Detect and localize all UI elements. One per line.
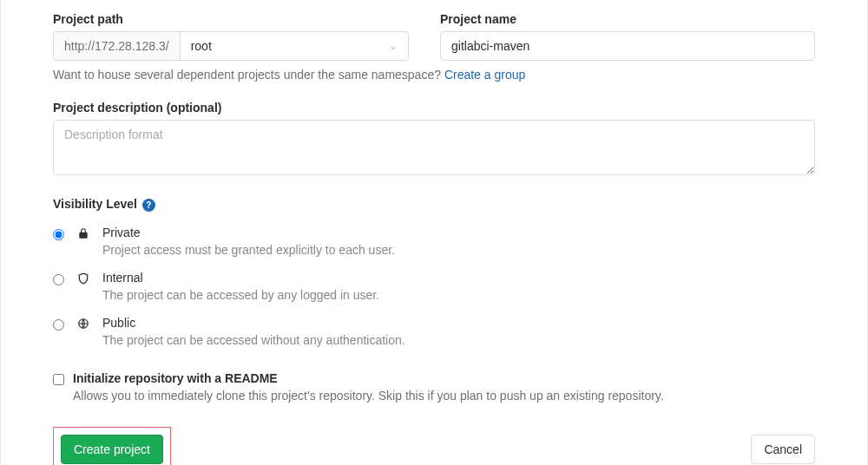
help-icon[interactable]: ? [142,199,155,212]
visibility-internal-label: Internal [102,271,379,285]
project-name-label: Project name [440,12,815,26]
shield-icon [76,272,90,287]
readme-label: Initialize repository with a README [73,371,664,385]
initialize-readme-checkbox[interactable] [53,374,64,385]
visibility-public-desc: The project can be accessed without any … [102,333,405,347]
description-label: Project description (optional) [53,101,815,115]
cancel-button[interactable]: Cancel [751,435,815,464]
project-name-input[interactable] [440,31,815,61]
chevron-down-icon: ⌄ [389,40,398,52]
visibility-internal-desc: The project can be accessed by any logge… [102,288,379,302]
visibility-private-label: Private [102,226,395,239]
visibility-title: Visibility Level [53,197,137,211]
namespace-selected: root [191,39,212,53]
project-path-label: Project path [53,12,409,26]
create-button-highlight: Create project [53,427,171,465]
visibility-private-desc: Project access must be granted explicitl… [102,243,395,257]
visibility-internal-radio[interactable] [53,274,64,285]
globe-icon [76,318,90,332]
namespace-hint-text: Want to house several dependent projects… [53,68,444,82]
lock-icon [76,227,90,242]
create-group-link[interactable]: Create a group [444,68,525,82]
project-path-addon: http://172.28.128.3/ [53,31,180,61]
namespace-select[interactable]: root ⌄ [180,31,409,61]
readme-desc: Allows you to immediately clone this pro… [73,389,664,403]
create-project-button[interactable]: Create project [61,435,163,464]
visibility-private-radio[interactable] [53,229,64,240]
visibility-public-label: Public [102,316,405,330]
visibility-public-radio[interactable] [53,319,64,331]
description-textarea[interactable] [53,120,815,175]
